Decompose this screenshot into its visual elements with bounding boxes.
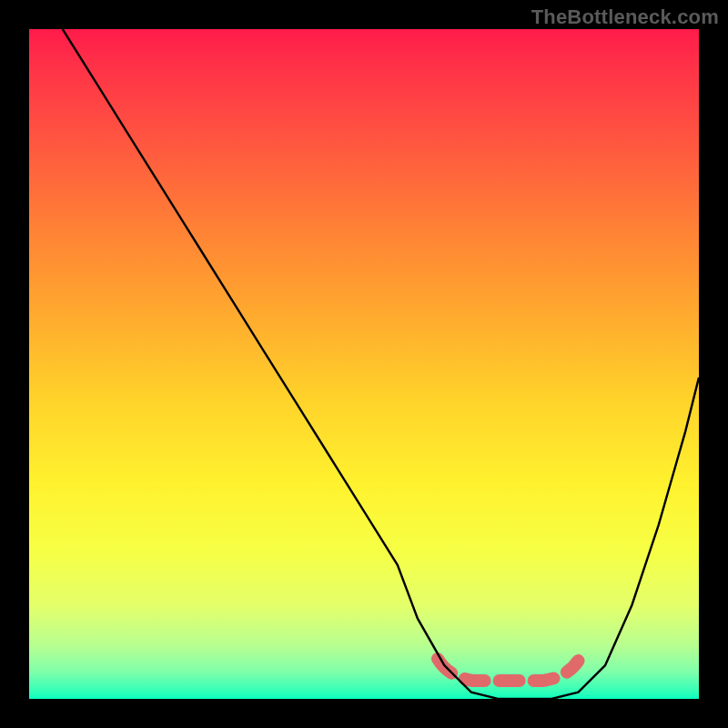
chart-canvas: TheBottleneck.com — [0, 0, 728, 728]
watermark-text: TheBottleneck.com — [531, 5, 719, 29]
plot-area — [29, 29, 699, 699]
sweet-spot-marker — [438, 659, 579, 681]
chart-overlay — [29, 29, 699, 699]
curve-line — [63, 29, 699, 699]
